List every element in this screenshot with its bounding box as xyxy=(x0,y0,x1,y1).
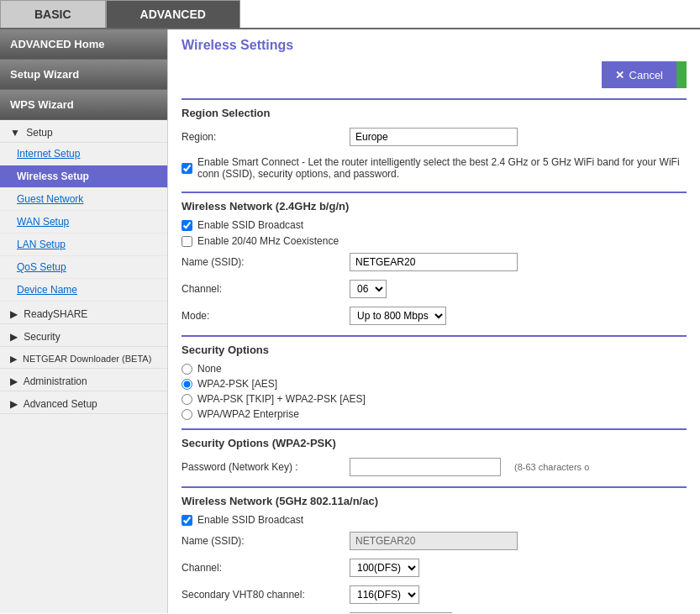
enable-2040-row: Enable 20/40 MHz Coexistence xyxy=(182,235,687,247)
sidebar-section-security[interactable]: ▶ Security xyxy=(0,324,167,347)
password-label: Password (Network Key) : xyxy=(182,461,350,473)
secondary-vht80-row: Secondary VHT80 channel: 116(DFS) 149153… xyxy=(182,584,687,606)
security-enterprise-row: WPA/WPA2 Enterprise xyxy=(182,408,687,420)
sidebar-link-wireless-setup[interactable]: Wireless Setup xyxy=(0,165,167,188)
smart-connect-row: Enable Smart Connect - Let the router in… xyxy=(182,153,687,183)
ssid-24ghz-row: Name (SSID): xyxy=(182,251,687,273)
cancel-button[interactable]: ✕ Cancel xyxy=(602,61,676,88)
sidebar-link-lan-setup[interactable]: LAN Setup xyxy=(0,234,167,256)
mode-24ghz-label: Mode: xyxy=(182,310,350,322)
security-wpa-mixed-label: WPA-PSK [TKIP] + WPA2-PSK [AES] xyxy=(197,393,366,405)
readyshare-arrow-icon: ▶ xyxy=(10,308,18,320)
ssid-24ghz-label: Name (SSID): xyxy=(182,256,350,268)
mode-24ghz-select[interactable]: Up to 800 Mbps Up to 54 Mbps Up to 130 M… xyxy=(350,307,446,325)
security-enterprise-label: WPA/WPA2 Enterprise xyxy=(197,408,299,420)
wpa2-section-title: Security Options (WPA2-PSK) xyxy=(182,437,687,449)
secondary-vht80-label: Secondary VHT80 channel: xyxy=(182,589,350,601)
smart-connect-checkbox[interactable] xyxy=(182,163,192,174)
password-hint: (8-63 characters o xyxy=(514,462,589,472)
sidebar-section-readyshare[interactable]: ▶ ReadySHARE xyxy=(0,302,167,324)
sidebar-section-administration[interactable]: ▶ Administration xyxy=(0,369,167,391)
channel-5ghz-label: Channel: xyxy=(182,562,350,574)
security-wpa2-radio[interactable] xyxy=(182,379,192,390)
enable-ssid-broadcast-24ghz-row: Enable SSID Broadcast xyxy=(182,219,687,231)
security-arrow-icon: ▶ xyxy=(10,331,18,343)
password-input[interactable] xyxy=(350,458,501,476)
region-row: Region: xyxy=(182,126,687,148)
sidebar-section-netgear-downloader[interactable]: ▶ NETGEAR Downloader (BETA) xyxy=(0,347,167,369)
secondary-vht80-select[interactable]: 116(DFS) 149153157161 xyxy=(350,585,419,604)
sidebar-btn-advanced-home[interactable]: ADVANCED Home xyxy=(0,29,167,60)
24ghz-divider xyxy=(182,192,687,193)
cancel-label: Cancel xyxy=(629,69,663,81)
security-wpa-mixed-radio[interactable] xyxy=(182,394,192,405)
advanced-setup-section-label: Advanced Setup xyxy=(24,398,97,410)
security-24ghz-divider xyxy=(182,335,687,337)
24ghz-section-title: Wireless Network (2.4GHz b/g/n) xyxy=(182,200,687,213)
enable-ssid-broadcast-24ghz-checkbox[interactable] xyxy=(182,220,192,231)
main-layout: ADVANCED Home Setup Wizard WPS Wizard ▼ … xyxy=(0,29,700,613)
ssid-5ghz-row: Name (SSID): xyxy=(182,530,687,552)
security-none-row: None xyxy=(182,363,687,375)
security-none-radio[interactable] xyxy=(182,364,192,375)
mode-5ghz-select[interactable]: Up to 1733 Mbps Up to 54 Mbps Up to 450 … xyxy=(350,612,452,613)
setup-arrow-icon: ▼ xyxy=(10,127,20,139)
sidebar: ADVANCED Home Setup Wizard WPS Wizard ▼ … xyxy=(0,29,168,613)
administration-arrow-icon: ▶ xyxy=(10,375,18,387)
enable-2040-label: Enable 20/40 MHz Coexistence xyxy=(197,235,339,247)
ssid-5ghz-label: Name (SSID): xyxy=(182,535,350,547)
enable-2040-checkbox[interactable] xyxy=(182,236,192,247)
channel-24ghz-row: Channel: 06 0102030405 0708091011 xyxy=(182,278,687,300)
sidebar-btn-setup-wizard[interactable]: Setup Wizard xyxy=(0,60,167,90)
region-section-title: Region Selection xyxy=(182,107,687,119)
cancel-x-icon: ✕ xyxy=(615,69,624,81)
channel-5ghz-row: Channel: 100(DFS) 108(DFS)116(DFS)149 15… xyxy=(182,557,687,579)
channel-24ghz-label: Channel: xyxy=(182,283,350,295)
sidebar-section-advanced-setup[interactable]: ▶ Advanced Setup xyxy=(0,391,167,414)
sidebar-link-internet-setup[interactable]: Internet Setup xyxy=(0,143,167,165)
tab-advanced[interactable]: ADVANCED xyxy=(106,0,240,28)
5ghz-divider xyxy=(182,486,687,488)
mode-5ghz-row: Mode: Up to 1733 Mbps Up to 54 Mbps Up t… xyxy=(182,611,687,613)
green-indicator xyxy=(676,61,687,88)
administration-section-label: Administration xyxy=(24,375,87,387)
mode-24ghz-row: Mode: Up to 800 Mbps Up to 54 Mbps Up to… xyxy=(182,305,687,327)
security-wpa2-label: WPA2-PSK [AES] xyxy=(197,378,277,390)
smart-connect-text: Enable Smart Connect - Let the router in… xyxy=(197,156,687,180)
security-none-label: None xyxy=(197,363,222,375)
wpa2-divider xyxy=(182,428,687,430)
channel-24ghz-select[interactable]: 06 0102030405 0708091011 xyxy=(350,280,387,298)
region-input[interactable] xyxy=(350,128,518,146)
security-wpa2-row: WPA2-PSK [AES] xyxy=(182,378,687,390)
security-enterprise-radio[interactable] xyxy=(182,409,192,420)
security-24ghz-title: Security Options xyxy=(182,344,687,356)
cancel-bar: ✕ Cancel xyxy=(182,61,687,88)
ssid-5ghz-input[interactable] xyxy=(350,532,518,550)
main-content-area: Wireless Settings ✕ Cancel Region Select… xyxy=(168,29,700,613)
sidebar-link-qos-setup[interactable]: QoS Setup xyxy=(0,256,167,279)
setup-section-label: Setup xyxy=(26,127,52,139)
password-row: Password (Network Key) : (8-63 character… xyxy=(182,456,687,478)
sidebar-link-device-name[interactable]: Device Name xyxy=(0,279,167,302)
page-title: Wireless Settings xyxy=(182,38,687,53)
region-label: Region: xyxy=(182,131,350,143)
top-tab-bar: BASIC ADVANCED xyxy=(0,0,700,29)
readyshare-section-label: ReadySHARE xyxy=(24,308,87,320)
ssid-24ghz-input[interactable] xyxy=(350,253,518,271)
sidebar-link-wan-setup[interactable]: WAN Setup xyxy=(0,211,167,234)
sidebar-btn-wps-wizard[interactable]: WPS Wizard xyxy=(0,90,167,120)
enable-ssid-broadcast-5ghz-checkbox[interactable] xyxy=(182,515,192,526)
sidebar-link-guest-network[interactable]: Guest Network xyxy=(0,188,167,211)
enable-ssid-broadcast-5ghz-row: Enable SSID Broadcast xyxy=(182,514,687,526)
5ghz-section-title: Wireless Network (5GHz 802.11a/n/ac) xyxy=(182,495,687,507)
enable-ssid-broadcast-5ghz-label: Enable SSID Broadcast xyxy=(197,514,303,526)
security-section-label: Security xyxy=(24,331,60,343)
password-input-row: (8-63 characters o xyxy=(350,458,589,476)
enable-ssid-broadcast-24ghz-label: Enable SSID Broadcast xyxy=(197,219,303,231)
channel-5ghz-select[interactable]: 100(DFS) 108(DFS)116(DFS)149 153157161 xyxy=(350,559,419,577)
tab-basic[interactable]: BASIC xyxy=(0,0,106,28)
security-wpa-mixed-row: WPA-PSK [TKIP] + WPA2-PSK [AES] xyxy=(182,393,687,405)
sidebar-section-setup[interactable]: ▼ Setup xyxy=(0,120,167,143)
advanced-setup-arrow-icon: ▶ xyxy=(10,398,18,410)
downloader-arrow-icon: ▶ xyxy=(10,354,17,364)
